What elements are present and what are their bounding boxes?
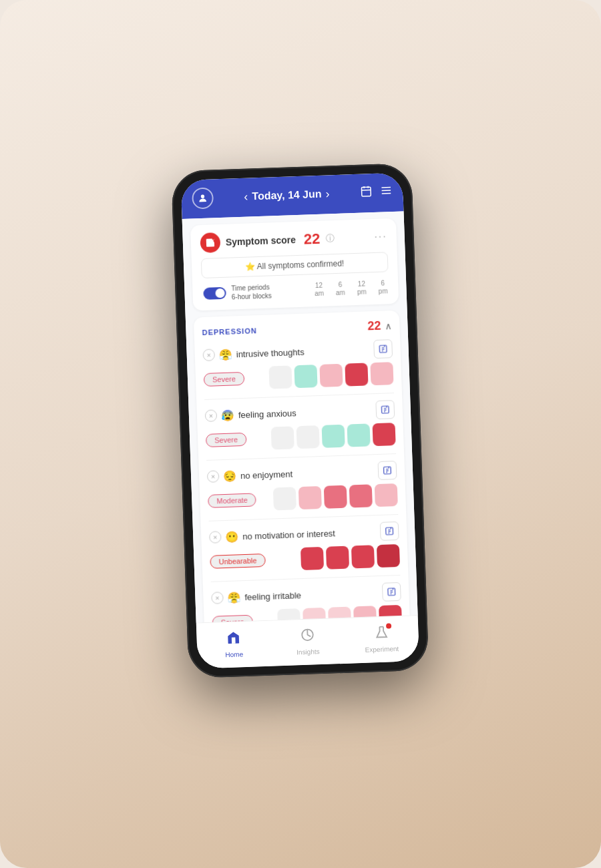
time-block[interactable] (373, 423, 396, 446)
symptom-name-3: no enjoyment (240, 469, 293, 481)
note-button-3[interactable] (378, 461, 397, 480)
confirmed-banner: ⭐ All symptoms confirmed! (201, 252, 389, 278)
time-block[interactable] (326, 546, 349, 570)
time-periods-row: Time periods 6-hour blocks 12am 6am 12pm… (202, 278, 389, 302)
symptom-left-3: × 😔 no enjoyment (207, 467, 293, 483)
time-block[interactable] (319, 364, 343, 387)
three-dots-menu[interactable]: ··· (374, 230, 387, 243)
phone-shell: ‹ Today, 14 Jun › (171, 163, 429, 678)
time-block[interactable] (377, 544, 400, 568)
time-block[interactable] (300, 547, 324, 570)
symptom-emoji-2: 😰 (221, 409, 235, 422)
time-block[interactable] (345, 363, 368, 386)
section-score-num: 22 (367, 319, 381, 334)
note-button-4[interactable] (380, 521, 399, 541)
time-periods-left: Time periods 6-hour blocks (203, 282, 272, 302)
nav-experiment-label: Experiment (365, 645, 399, 654)
remove-symptom-4-button[interactable]: × (209, 531, 222, 544)
score-title-row: Symptom score 22 ⓘ (200, 228, 334, 253)
next-date-button[interactable]: › (325, 187, 330, 201)
symptom-bottom-1: Severe (203, 362, 393, 391)
symptom-emoji-3: 😔 (223, 469, 237, 483)
symptom-top-1: × 😤 intrusive thoughts (202, 339, 393, 365)
score-info-icon[interactable]: ⓘ (325, 232, 335, 244)
symptom-row: × 😤 intrusive thoughts Severe (202, 339, 393, 391)
nav-badge-wrap (374, 625, 389, 644)
time-col-6am: 6am (335, 281, 345, 297)
symptom-emoji-5: 😤 (227, 591, 241, 604)
time-cols: 12am 6am 12pm 6pm (314, 279, 387, 298)
time-period-label: Time periods 6-hour blocks (231, 282, 272, 301)
severity-badge-1[interactable]: Severe (204, 372, 245, 387)
symptom-name-2: feeling anxious (238, 408, 296, 420)
time-block[interactable] (324, 485, 347, 509)
experiment-icon (374, 626, 389, 644)
symptom-row: × 😶 no motivation or interest Unbearable (209, 521, 400, 574)
remove-symptom-3-button[interactable]: × (207, 470, 220, 483)
nav-home-button[interactable]: Home (196, 626, 271, 662)
symptom-left-2: × 😰 feeling anxious (205, 407, 296, 423)
header-date: ‹ Today, 14 Jun › (244, 187, 330, 204)
time-block[interactable] (294, 365, 317, 388)
time-block[interactable] (298, 486, 322, 509)
time-blocks-4 (270, 544, 400, 572)
svg-point-0 (201, 194, 205, 198)
note-button-1[interactable] (373, 339, 393, 359)
bottom-nav: Home Insights Experiment (196, 615, 419, 669)
score-card: Symptom score 22 ⓘ ··· ⭐ All symptoms co… (190, 218, 399, 311)
note-button-5[interactable] (382, 582, 401, 602)
time-block[interactable] (296, 425, 320, 449)
severity-badge-2[interactable]: Severe (206, 433, 247, 447)
time-blocks-3 (261, 483, 398, 511)
severity-badge-3[interactable]: Moderate (208, 493, 256, 508)
symptom-bottom-4: Unbearable (210, 544, 400, 574)
symptom-top-2: × 😰 feeling anxious (204, 400, 395, 425)
time-block[interactable] (273, 487, 296, 510)
collapse-section-button[interactable]: ∧ (385, 320, 392, 331)
time-block[interactable] (271, 426, 294, 449)
profile-button[interactable] (192, 187, 214, 209)
symptom-bottom-2: Severe (206, 423, 396, 452)
time-blocks-1 (249, 362, 393, 389)
score-icon (200, 232, 220, 253)
time-block[interactable] (322, 425, 345, 448)
severity-badge-4[interactable]: Unbearable (210, 554, 266, 569)
symptom-left-4: × 😶 no motivation or interest (209, 527, 335, 544)
insights-icon (300, 627, 315, 646)
remove-symptom-2-button[interactable]: × (205, 409, 218, 422)
score-label: Symptom score (226, 234, 296, 248)
depression-section: DEPRESSION 22 ∧ × 😤 intrusive thoughts (194, 310, 411, 623)
symptom-left-1: × 😤 intrusive thoughts (202, 345, 304, 361)
section-score: 22 ∧ (367, 318, 392, 333)
symptom-top-5: × 😤 feeling irritable (211, 582, 401, 608)
score-number: 22 (303, 230, 320, 248)
time-block[interactable] (351, 545, 375, 568)
symptom-top-3: × 😔 no enjoyment (207, 461, 397, 486)
section-header: DEPRESSION 22 ∧ (202, 318, 392, 339)
remove-symptom-5-button[interactable]: × (211, 592, 224, 604)
nav-insights-button[interactable]: Insights (270, 624, 345, 660)
time-block[interactable] (347, 423, 371, 447)
header-icons (360, 184, 393, 200)
time-block[interactable] (375, 483, 398, 507)
time-blocks-2 (251, 423, 395, 450)
nav-home-label: Home (225, 650, 243, 658)
time-col-12am: 12am (314, 282, 324, 298)
remove-symptom-1-button[interactable]: × (202, 349, 215, 361)
symptom-emoji-4: 😶 (225, 530, 239, 544)
nav-experiment-button[interactable]: Experiment (344, 621, 419, 657)
experiment-badge (386, 623, 391, 628)
menu-button[interactable] (380, 184, 393, 200)
section-title: DEPRESSION (202, 327, 257, 337)
symptom-emoji-1: 😤 (218, 348, 232, 361)
prev-date-button[interactable]: ‹ (244, 190, 248, 204)
score-card-header: Symptom score 22 ⓘ ··· (200, 226, 387, 253)
time-block[interactable] (349, 484, 373, 507)
time-block[interactable] (268, 365, 292, 389)
time-periods-toggle[interactable] (203, 287, 226, 300)
note-button-2[interactable] (375, 400, 395, 419)
home-icon (226, 630, 242, 649)
calendar-button[interactable] (360, 185, 373, 201)
time-block[interactable] (370, 362, 393, 385)
symptom-name-1: intrusive thoughts (236, 347, 305, 359)
